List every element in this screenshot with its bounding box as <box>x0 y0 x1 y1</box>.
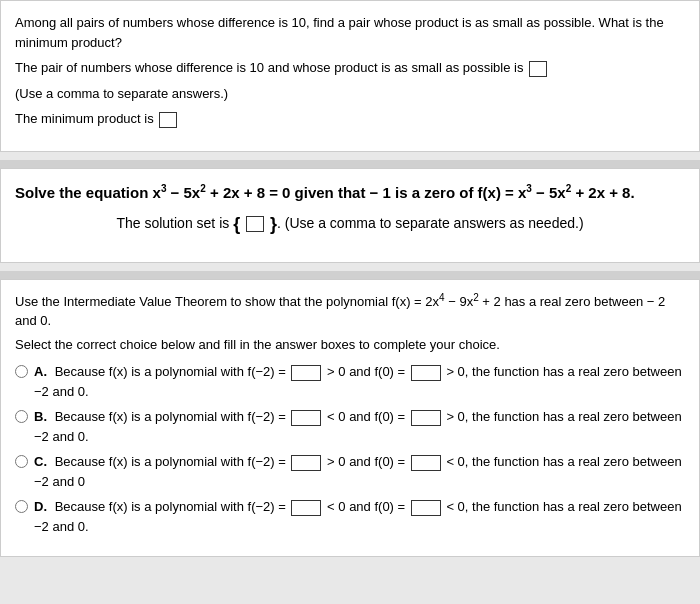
section1-question: Among all pairs of numbers whose differe… <box>15 13 685 52</box>
section2-solution-line: The solution set is { }. (Use a comma to… <box>15 211 685 238</box>
answer-box-a2[interactable] <box>411 365 441 381</box>
option-c-row: C. Because f(x) is a polynomial with f(−… <box>15 452 685 491</box>
section1-line1-note: (Use a comma to separate answers.) <box>15 84 685 104</box>
radio-option-a[interactable] <box>15 365 28 378</box>
section-1: Among all pairs of numbers whose differe… <box>0 0 700 152</box>
answer-box-pair[interactable] <box>529 61 547 77</box>
option-c-label: C. Because f(x) is a polynomial with f(−… <box>34 452 685 491</box>
answer-box-d2[interactable] <box>411 500 441 516</box>
answer-box-solution[interactable] <box>246 216 264 232</box>
radio-option-d[interactable] <box>15 500 28 513</box>
radio-option-c[interactable] <box>15 455 28 468</box>
answer-box-c1[interactable] <box>291 455 321 471</box>
ivt-intro: Use the Intermediate Value Theorem to sh… <box>15 290 685 331</box>
answer-box-a1[interactable] <box>291 365 321 381</box>
section1-line2: The minimum product is <box>15 109 685 129</box>
answer-box-c2[interactable] <box>411 455 441 471</box>
answer-box-min-product[interactable] <box>159 112 177 128</box>
section1-line2-prefix: The minimum product is <box>15 111 154 126</box>
radio-option-b[interactable] <box>15 410 28 423</box>
option-b-row: B. Because f(x) is a polynomial with f(−… <box>15 407 685 446</box>
option-a-label: A. Because f(x) is a polynomial with f(−… <box>34 362 685 401</box>
answer-box-b2[interactable] <box>411 410 441 426</box>
answer-box-b1[interactable] <box>291 410 321 426</box>
section-2: Solve the equation x3 − 5x2 + 2x + 8 = 0… <box>0 168 700 263</box>
option-b-label: B. Because f(x) is a polynomial with f(−… <box>34 407 685 446</box>
option-d-label: D. Because f(x) is a polynomial with f(−… <box>34 497 685 536</box>
section2-solution-prefix: The solution set is <box>116 215 229 231</box>
answer-box-d1[interactable] <box>291 500 321 516</box>
select-note: Select the correct choice below and fill… <box>15 335 685 355</box>
section1-line1-prefix: The pair of numbers whose difference is … <box>15 60 523 75</box>
section1-line1: The pair of numbers whose difference is … <box>15 58 685 78</box>
close-curly: } <box>270 214 277 234</box>
section2-equation: Solve the equation x3 − 5x2 + 2x + 8 = 0… <box>15 183 685 201</box>
option-a-row: A. Because f(x) is a polynomial with f(−… <box>15 362 685 401</box>
section2-solution-note: (Use a comma to separate answers as need… <box>285 215 584 231</box>
section-3: Use the Intermediate Value Theorem to sh… <box>0 279 700 558</box>
option-d-row: D. Because f(x) is a polynomial with f(−… <box>15 497 685 536</box>
open-curly: { <box>233 214 240 234</box>
